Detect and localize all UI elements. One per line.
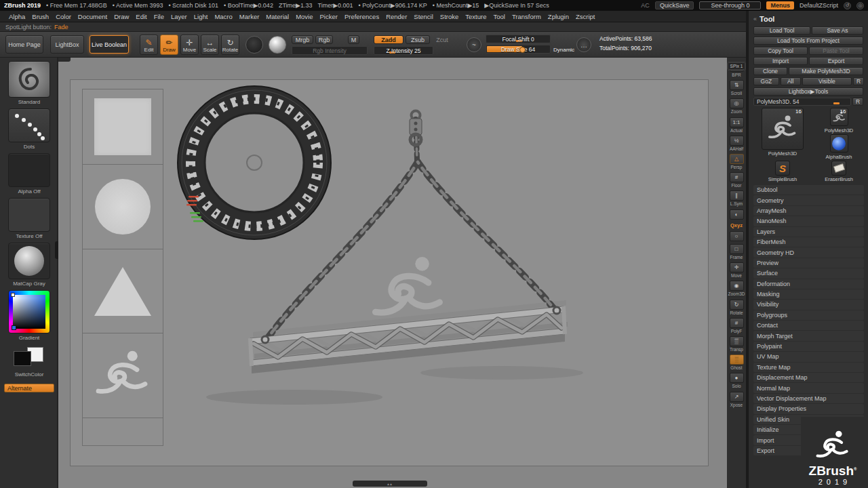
tool-slot-polymesh[interactable]: 16	[830, 108, 848, 126]
lightbox-button[interactable]: LightBox	[50, 35, 84, 54]
tool-section[interactable]: Layers	[753, 227, 864, 237]
load-tool-button[interactable]: Load Tool	[753, 26, 810, 35]
menu-item[interactable]: File	[151, 13, 167, 20]
tool-slot-alphabrush[interactable]	[830, 134, 848, 152]
tool-section[interactable]: FiberMesh	[753, 237, 864, 247]
right-shelf-button[interactable]: SPix 1	[727, 62, 747, 70]
right-shelf-button[interactable]: ○	[730, 231, 744, 241]
right-shelf-button[interactable]: □ Frame	[730, 244, 744, 260]
clone-button[interactable]: Clone	[753, 67, 787, 75]
right-shelf-button[interactable]: ◉ Zoom3D	[728, 281, 745, 296]
menu-item[interactable]: Edit	[132, 13, 150, 20]
menu-item[interactable]: Layer	[167, 13, 191, 20]
right-shelf-button[interactable]: ✛ Move	[730, 262, 744, 278]
draw-size-slider[interactable]: Draw Size 64	[486, 45, 551, 54]
see-through-slider[interactable]: See-through 0	[699, 1, 761, 9]
tool-section[interactable]: Geometry	[753, 195, 864, 205]
mrgb-button[interactable]: Mrgb	[292, 35, 313, 44]
m-button[interactable]: M	[348, 35, 359, 44]
canvas-viewport[interactable]: ▴▴	[58, 58, 727, 488]
tool-section[interactable]: Subtool	[753, 185, 864, 195]
material-thumbnail[interactable]	[8, 243, 50, 279]
color-picker[interactable]	[8, 290, 50, 333]
all-button[interactable]: All	[781, 77, 801, 85]
default-zscript-button[interactable]: DefaultZScript	[800, 2, 838, 9]
spotlight-value[interactable]: Fade	[54, 24, 68, 30]
tool-section[interactable]: Polygroups	[753, 310, 864, 320]
tool-section[interactable]: NanoMesh	[753, 216, 864, 226]
menu-item[interactable]: Preferences	[341, 13, 382, 20]
right-shelf-button[interactable]: ½ AAHalf	[730, 136, 744, 151]
menu-item[interactable]: Marker	[236, 13, 263, 20]
stroke-thumbnail[interactable]	[8, 108, 50, 142]
live-boolean-button[interactable]: Live Boolean	[90, 35, 129, 54]
tool-section[interactable]: Texture Map	[753, 363, 864, 372]
z-intensity-slider[interactable]: Z Intensity 25	[374, 46, 433, 55]
dots-curve-icon[interactable]: …	[576, 37, 591, 52]
rgb-intensity-slider[interactable]: Rgb Intensity	[292, 46, 368, 55]
switch-color-widget[interactable]	[8, 344, 50, 370]
right-shelf-button[interactable]: ⇅ Scroll	[730, 80, 744, 96]
tool-section[interactable]: ArrayMesh	[753, 206, 864, 216]
menu-item[interactable]: Material	[262, 13, 292, 20]
move-button[interactable]: ✛ Move	[180, 35, 199, 55]
quick-menu-wheel[interactable]	[175, 83, 334, 242]
alpha-thumbnail[interactable]	[8, 153, 50, 187]
quicksave-button[interactable]: QuickSave	[655, 1, 694, 9]
history-icon[interactable]: ↺	[844, 2, 851, 9]
goz-button[interactable]: GoZ	[753, 77, 779, 85]
texture-thumbnail[interactable]	[8, 198, 50, 232]
draw-button[interactable]: ✏ Draw	[160, 35, 178, 55]
right-shelf-button[interactable]: ∥ L.Sym	[730, 190, 744, 206]
session-icon[interactable]: ◎	[856, 2, 864, 9]
material-sphere-icon[interactable]	[269, 36, 286, 54]
lightbox-tools-button[interactable]: Lightbox▶Tools	[753, 87, 863, 96]
collapse-icon[interactable]: «	[753, 16, 757, 22]
menus-button[interactable]: Menus	[766, 1, 794, 9]
right-shelf-button[interactable]: △ Persp	[730, 154, 744, 169]
zadd-button[interactable]: Zadd	[374, 35, 403, 44]
r2-button[interactable]: R	[852, 98, 863, 106]
menu-item[interactable]: Stroke	[437, 13, 462, 20]
tool-section[interactable]: Polypaint	[753, 342, 864, 351]
menu-item[interactable]: Light	[191, 13, 212, 20]
edit-button[interactable]: ✎ Edit	[140, 35, 158, 55]
tool-section[interactable]: Geometry HD	[753, 247, 864, 257]
menu-item[interactable]: Render	[382, 13, 410, 20]
export-button[interactable]: Export	[809, 57, 863, 65]
document-area[interactable]	[70, 79, 709, 466]
menu-item[interactable]: Zplugin	[545, 13, 572, 20]
dynamic-label[interactable]: Dynamic	[553, 47, 574, 53]
focal-shift-slider[interactable]: Focal Shift 0	[486, 35, 551, 43]
tool-section[interactable]: Masking	[753, 289, 864, 299]
active-tool-thumbnail[interactable]: 16	[762, 108, 804, 150]
tool-section[interactable]: Preview	[753, 258, 864, 268]
right-shelf-button[interactable]: ● Solo	[730, 373, 744, 388]
tool-section[interactable]: Contact	[753, 321, 864, 330]
copy-tool-button[interactable]: Copy Tool	[753, 47, 808, 55]
menu-item[interactable]: Color	[52, 13, 75, 20]
right-shelf-button[interactable]: # PolyF	[730, 318, 744, 333]
color-gradient[interactable]	[13, 295, 45, 329]
corner-scroll-handle[interactable]	[58, 58, 71, 62]
load-tools-from-project-button[interactable]: Load Tools From Project	[753, 37, 863, 45]
zcut-button[interactable]: Zcut	[432, 35, 452, 44]
menu-item[interactable]: Texture	[462, 13, 490, 20]
menu-item[interactable]: Brush	[28, 13, 52, 20]
tool-section[interactable]: Vector Displacement Map	[753, 394, 864, 403]
tool-section[interactable]: Displacement Map	[753, 373, 864, 382]
scale-button[interactable]: ↔ Scale	[201, 35, 219, 55]
right-shelf-button[interactable]: Qxyz	[730, 222, 743, 228]
rgb-button[interactable]: Rgb	[315, 35, 333, 44]
menu-item[interactable]: Tool	[490, 13, 508, 20]
menu-item[interactable]: Movie	[292, 13, 316, 20]
right-shelf-button[interactable]: ◐	[730, 209, 744, 220]
tool-slot-simplebrush[interactable]: S	[775, 161, 790, 176]
right-shelf-button[interactable]: # Floor	[730, 172, 744, 188]
menu-item[interactable]: Document	[75, 13, 111, 20]
home-page-button[interactable]: Home Page	[5, 35, 43, 54]
make-polymesh3d-button[interactable]: Make PolyMesh3D	[789, 67, 863, 75]
tool-name-slider[interactable]: PolyMesh3D. 54	[753, 98, 851, 106]
visible-button[interactable]: Visible	[802, 77, 852, 85]
bottom-scroll-handle[interactable]: ▴▴	[353, 481, 427, 487]
